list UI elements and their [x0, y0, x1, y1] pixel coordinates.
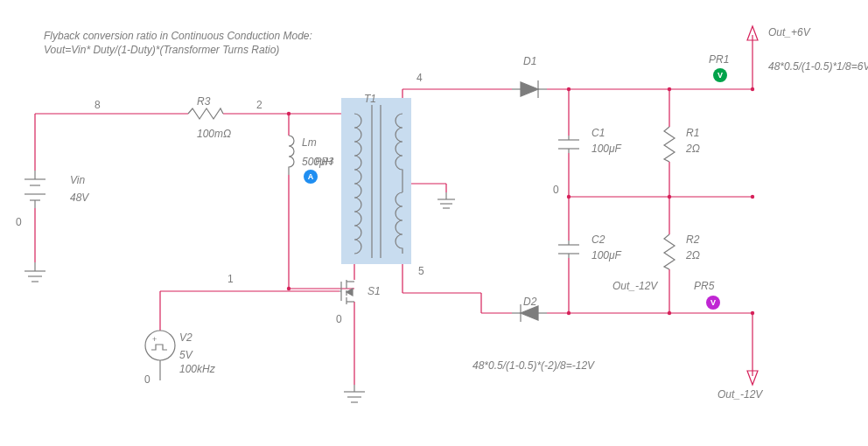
node-0: 0	[553, 184, 559, 196]
d1-name: D1	[523, 54, 536, 68]
component-d1	[512, 80, 547, 98]
r3-value: 100mΩ	[197, 127, 231, 141]
r1-value: 2Ω	[686, 142, 700, 156]
junction	[668, 311, 671, 315]
d2-name: D2	[523, 295, 536, 309]
c2-name: C2	[592, 233, 605, 247]
svg-text:+: +	[152, 335, 157, 344]
vin-value: 48V	[70, 191, 88, 205]
voltage-probe-icon: V	[713, 68, 727, 82]
t1-name: T1	[364, 92, 376, 106]
node-8: 8	[94, 99, 101, 111]
node-4: 4	[416, 72, 423, 84]
component-r1	[664, 127, 675, 162]
junction	[668, 195, 671, 199]
node-0: 0	[16, 216, 22, 228]
out-top-label: Out_+6V	[768, 25, 810, 39]
schematic-canvas: +	[0, 0, 868, 446]
out-bot-label: Out_-12V	[718, 387, 762, 401]
c1-value: 100μF	[592, 142, 621, 156]
pr1-name: PR1	[709, 52, 729, 66]
component-lm	[289, 136, 294, 175]
junction	[668, 87, 671, 91]
junction	[751, 195, 754, 199]
component-r3	[188, 108, 223, 119]
svg-marker-33	[521, 82, 538, 96]
voltage-probe-icon: V	[706, 296, 720, 310]
r3-name: R3	[197, 94, 210, 108]
junction	[567, 87, 570, 91]
component-c2	[558, 240, 579, 258]
node-1: 1	[228, 273, 234, 285]
component-vin	[24, 171, 46, 208]
svg-rect-10	[341, 98, 411, 264]
r1-name: R1	[686, 126, 699, 140]
svg-marker-24	[346, 289, 353, 296]
component-t1	[341, 98, 411, 264]
component-r2	[664, 234, 675, 269]
v2-value: 5V	[179, 348, 192, 362]
component-c1	[558, 136, 579, 153]
r2-name: R2	[686, 233, 699, 247]
c1-name: C1	[592, 126, 605, 140]
c2-value: 100μF	[592, 248, 621, 262]
node-5: 5	[418, 265, 424, 277]
v2-name: V2	[179, 331, 192, 345]
out-mid-label: Out_-12V	[612, 279, 657, 293]
node-0: 0	[144, 373, 150, 386]
node-0: 0	[336, 313, 342, 325]
ground-icon	[344, 385, 365, 402]
equation-bot: 48*0.5/(1-0.5)*(-2)/8=-12V	[472, 359, 594, 373]
component-s1	[340, 280, 354, 304]
equation-top: 48*0.5/(1-0.5)*1/8=6V	[768, 59, 868, 73]
ground-icon	[438, 192, 455, 208]
node-2: 2	[256, 99, 262, 111]
svg-point-30	[145, 331, 175, 360]
v2-freq: 100kHz	[179, 362, 215, 376]
junction	[567, 195, 570, 199]
junction	[751, 311, 754, 315]
junction	[567, 311, 570, 315]
r2-value: 2Ω	[686, 248, 700, 262]
pr5-name: PR5	[694, 279, 714, 293]
title-line2: Vout=Vin* Duty/(1-Duty)*(Transformer Tur…	[44, 43, 279, 57]
vin-name: Vin	[70, 173, 85, 187]
title-line1: Flyback conversion ratio in Continuous C…	[44, 29, 312, 43]
ground-icon	[24, 262, 46, 282]
junction	[287, 112, 290, 115]
s1-name: S1	[368, 284, 381, 298]
lm-name: Lm	[302, 136, 317, 150]
current-probe-icon: A	[304, 170, 318, 184]
junction	[287, 287, 290, 290]
pr3-name: PR3	[315, 155, 333, 168]
junction	[751, 87, 754, 91]
